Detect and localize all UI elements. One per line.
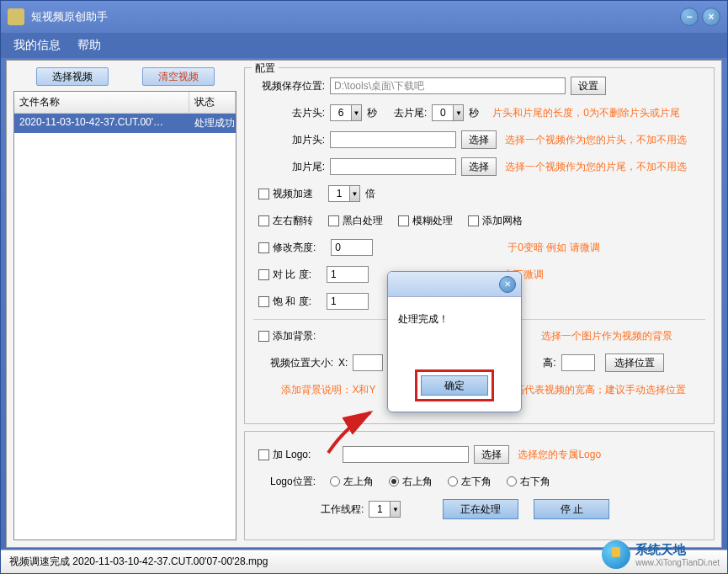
trim-tail-label: 去片尾:	[394, 106, 427, 120]
dialog-message: 处理完成！	[398, 313, 449, 325]
contrast-checkbox[interactable]: 对 比 度:	[258, 268, 311, 282]
add-logo-checkbox[interactable]: 加 Logo:	[258, 448, 311, 462]
client-area: 选择视频 清空视频 文件名称 状态 2020-11-03-10-42-37.CU…	[6, 60, 722, 548]
dialog-titlebar: ✕	[388, 272, 521, 297]
window-title: 短视频原创助手	[31, 9, 680, 24]
completion-dialog: ✕ 处理完成！ 确定	[387, 271, 522, 412]
watermark-name: 系统天地	[635, 542, 720, 558]
menu-myinfo[interactable]: 我的信息	[13, 38, 61, 53]
logo-hint: 选择您的专属Logo	[518, 448, 601, 462]
menu-help[interactable]: 帮助	[77, 38, 101, 53]
logo-path-input[interactable]	[343, 446, 469, 463]
left-panel: 选择视频 清空视频 文件名称 状态 2020-11-03-10-42-37.CU…	[13, 67, 236, 540]
config-title: 配置	[252, 61, 279, 76]
flip-checkbox[interactable]: 左右翻转	[258, 214, 313, 228]
titlebar: 短视频原创助手 − ×	[1, 1, 727, 33]
video-pos-label: 视频位置大小:	[253, 356, 333, 370]
trim-hint: 片头和片尾的长度，0为不删除片头或片尾	[492, 106, 680, 120]
col-status[interactable]: 状态	[189, 92, 236, 113]
logo-br-radio[interactable]: 右下角	[507, 475, 550, 489]
add-bg-checkbox[interactable]: 添加背景:	[258, 329, 316, 343]
brightness-checkbox[interactable]: 修改亮度:	[258, 241, 316, 255]
save-path-label: 视频保存位置:	[253, 79, 325, 93]
watermark-icon	[602, 540, 630, 569]
saturation-input[interactable]	[327, 293, 369, 310]
logo-tr-radio[interactable]: 右上角	[389, 475, 433, 489]
select-position-button[interactable]: 选择位置	[605, 353, 664, 372]
file-list: 文件名称 状态 2020-11-03-10-42-37.CUT.00'… 处理成…	[13, 91, 236, 540]
app-icon	[8, 8, 24, 25]
bg-hint: 选择一个图片作为视频的背景	[541, 329, 672, 343]
clear-video-button[interactable]: 清空视频	[142, 67, 215, 86]
chevron-down-icon: ▼	[390, 502, 400, 517]
file-row[interactable]: 2020-11-03-10-42-37.CUT.00'… 处理成功	[14, 114, 236, 133]
watermark-url: www.XiTongTianDi.net	[635, 558, 720, 567]
logo-bl-radio[interactable]: 左下角	[448, 475, 492, 489]
add-tail-input[interactable]	[330, 158, 456, 175]
col-filename[interactable]: 文件名称	[14, 92, 189, 113]
add-head-input[interactable]	[330, 131, 456, 148]
threads-spinner[interactable]: 1▼	[369, 501, 401, 518]
save-path-input[interactable]	[330, 77, 566, 94]
logo-group: 加 Logo: 选择 选择您的专属Logo Logo位置: 左上角 右上角 左下…	[244, 431, 715, 540]
saturation-checkbox[interactable]: 饱 和 度:	[258, 295, 311, 309]
add-head-label: 加片头:	[253, 133, 325, 147]
add-head-select-button[interactable]: 选择	[461, 130, 497, 149]
file-name-cell: 2020-11-03-10-42-37.CUT.00'…	[14, 114, 189, 133]
logo-select-button[interactable]: 选择	[474, 445, 509, 464]
logo-tl-radio[interactable]: 左上角	[330, 475, 374, 489]
blur-checkbox[interactable]: 模糊处理	[398, 214, 453, 228]
grid-checkbox[interactable]: 添加网格	[468, 214, 523, 228]
pos-h-input[interactable]	[561, 354, 595, 371]
highlight-annotation: 确定	[415, 369, 494, 401]
chevron-down-icon: ▼	[453, 105, 463, 120]
close-button[interactable]: ×	[702, 8, 720, 26]
dialog-ok-button[interactable]: 确定	[421, 375, 488, 396]
add-tail-select-button[interactable]: 选择	[461, 157, 497, 176]
threads-label: 工作线程:	[321, 502, 364, 517]
pos-x-input[interactable]	[353, 354, 383, 371]
add-tail-hint: 选择一个视频作为您的片尾，不加不用选	[505, 160, 687, 174]
chevron-down-icon: ▼	[349, 186, 359, 201]
stop-button[interactable]: 停 止	[534, 499, 609, 519]
process-button[interactable]: 正在处理	[443, 499, 518, 519]
trim-head-label: 去片头:	[253, 106, 325, 120]
chevron-down-icon: ▼	[351, 105, 361, 120]
set-path-button[interactable]: 设置	[571, 77, 606, 95]
contrast-input[interactable]	[327, 266, 369, 283]
add-head-hint: 选择一个视频作为您的片头，不加不用选	[505, 133, 687, 147]
bw-checkbox[interactable]: 黑白处理	[328, 214, 383, 228]
main-window: 短视频原创助手 − × 我的信息 帮助 选择视频 清空视频 文件名称 状态 20…	[0, 0, 728, 574]
speed-spinner[interactable]: 1▼	[328, 185, 360, 202]
trim-head-spinner[interactable]: 6▼	[330, 104, 362, 121]
trim-tail-spinner[interactable]: 0▼	[432, 104, 464, 121]
dialog-close-button[interactable]: ✕	[499, 276, 516, 293]
brightness-input[interactable]	[331, 239, 373, 256]
minimize-button[interactable]: −	[680, 8, 699, 26]
watermark: 系统天地 www.XiTongTianDi.net	[602, 540, 720, 569]
select-video-button[interactable]: 选择视频	[36, 67, 109, 86]
status-text: 视频调速完成 2020-11-03-10-42-37.CUT.00'07-00'…	[9, 555, 268, 569]
file-status-cell: 处理成功	[189, 114, 236, 133]
add-tail-label: 加片尾:	[253, 160, 325, 174]
logo-pos-label: Logo位置:	[270, 475, 325, 489]
speed-checkbox[interactable]: 视频加速	[258, 187, 313, 201]
menubar: 我的信息 帮助	[1, 33, 727, 58]
brightness-hint: 于0变暗 例如 请微调	[507, 241, 599, 255]
